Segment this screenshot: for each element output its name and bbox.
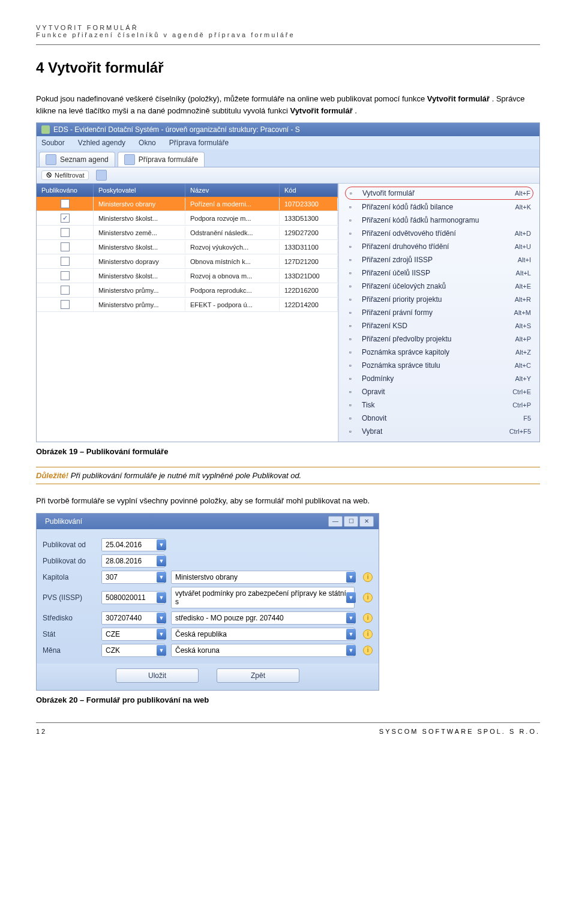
- col-publikovano[interactable]: Publikováno: [37, 184, 94, 197]
- checkbox-icon[interactable]: [61, 300, 70, 309]
- filter-button[interactable]: 🛇 Nefiltrovat: [41, 170, 89, 180]
- dropdown-icon[interactable]: ▼: [346, 645, 356, 656]
- field-value[interactable]: CZE: [101, 628, 165, 641]
- dropdown-icon[interactable]: ▼: [157, 592, 166, 603]
- form-row: Středisko307207440▼středisko - MO pouze …: [43, 611, 373, 625]
- field-description[interactable]: Česká koruna: [171, 644, 355, 657]
- field-description[interactable]: Ministerstvo obrany: [171, 571, 355, 584]
- cell-poskytovatel: Ministerstvo země...: [94, 227, 185, 239]
- context-menu-item[interactable]: ▫PodmínkyAlt+Y: [339, 372, 539, 385]
- cell-nazev: Podpora rozvoje m...: [185, 212, 280, 224]
- menu-soubor[interactable]: Soubor: [41, 139, 65, 147]
- table-row[interactable]: Ministerstvo obranyPořízení a moderni...…: [37, 197, 338, 211]
- maximize-button[interactable]: ☐: [344, 516, 358, 527]
- dropdown-icon[interactable]: ▼: [157, 629, 166, 640]
- checkbox-icon[interactable]: [61, 242, 70, 251]
- cell-kod: 133D51300: [280, 212, 338, 224]
- menu-item-icon: ▫: [345, 413, 356, 423]
- menu-vzhled-agendy[interactable]: Vzhled agendy: [78, 139, 125, 147]
- table-row[interactable]: Ministerstvo dopravyObnova místních k...…: [37, 254, 338, 269]
- menu-item-shortcut: Alt+Z: [515, 349, 531, 356]
- field-value[interactable]: CZK: [101, 644, 165, 657]
- field-description[interactable]: vytvářet podmínky pro zabezpečení přípra…: [171, 587, 355, 608]
- dropdown-icon[interactable]: ▼: [157, 613, 166, 623]
- menu-priprava-formulare[interactable]: Příprava formuláře: [169, 139, 229, 147]
- context-menu-item[interactable]: ▫Přiřazení právní formyAlt+M: [339, 306, 539, 319]
- cell-publikovano: ✓: [37, 211, 94, 225]
- dropdown-icon[interactable]: ▼: [157, 572, 166, 583]
- grid-header: Publikováno Poskytovatel Název Kód: [37, 184, 338, 197]
- checkbox-icon[interactable]: [61, 228, 70, 237]
- tab-priprava-formulare[interactable]: Příprava formuláře: [118, 152, 205, 167]
- dropdown-icon[interactable]: ▼: [346, 613, 356, 623]
- context-menu-item[interactable]: ▫Přiřazení kódů řádků bilanceAlt+K: [339, 200, 539, 214]
- table-row[interactable]: Ministerstvo země...Odstranění následk..…: [37, 226, 338, 240]
- context-menu-item[interactable]: ▫Přiřazení zdrojů IISSPAlt+I: [339, 253, 539, 266]
- context-menu-item[interactable]: ▫Přiřazení KSDAlt+S: [339, 319, 539, 332]
- menu-item-label: Přiřazení priority projektu: [362, 295, 509, 304]
- context-menu-item[interactable]: ▫Přiřazení předvolby projektuAlt+P: [339, 332, 539, 346]
- context-menu-item[interactable]: ▫Přiřazení priority projektuAlt+R: [339, 293, 539, 306]
- field-description[interactable]: Česká republika: [171, 628, 355, 641]
- menu-item-shortcut: Ctrl+P: [512, 401, 531, 409]
- info-icon[interactable]: i: [363, 572, 373, 582]
- field-value[interactable]: 28.08.2016: [101, 554, 165, 568]
- menu-item-icon: ▫: [346, 188, 356, 198]
- checkbox-icon[interactable]: [61, 286, 70, 295]
- save-button[interactable]: Uložit: [116, 668, 199, 683]
- checkbox-icon[interactable]: [61, 199, 70, 208]
- field-value[interactable]: 307: [101, 571, 165, 584]
- close-button[interactable]: ✕: [359, 516, 374, 527]
- col-kod[interactable]: Kód: [280, 184, 338, 197]
- menu-item-shortcut: Alt+F: [515, 190, 530, 197]
- context-menu-item[interactable]: ▫Přiřazení odvětvového tříděníAlt+D: [339, 227, 539, 240]
- dropdown-icon[interactable]: ▼: [346, 592, 356, 603]
- col-nazev[interactable]: Název: [185, 184, 280, 197]
- dialog-body: Publikovat od25.04.2016▼Publikovat do28.…: [37, 529, 379, 664]
- field-value[interactable]: 5080020011: [101, 591, 165, 604]
- field-value[interactable]: 25.04.2016: [101, 538, 165, 551]
- info-icon[interactable]: i: [363, 646, 373, 655]
- checkbox-icon[interactable]: [61, 257, 70, 266]
- field-description[interactable]: středisko - MO pouze pgr. 207440: [171, 611, 355, 625]
- context-menu-item[interactable]: ▫ObnovitF5: [339, 412, 539, 425]
- context-menu-item[interactable]: ▫TiskCtrl+P: [339, 398, 539, 412]
- context-menu-item[interactable]: ▫Poznámka správce kapitolyAlt+Z: [339, 346, 539, 359]
- context-menu-item[interactable]: ▫Přiřazení účelů IISSPAlt+L: [339, 266, 539, 280]
- dropdown-icon[interactable]: ▼: [157, 556, 166, 566]
- field-value[interactable]: 307207440: [101, 611, 165, 625]
- refresh-icon[interactable]: [96, 170, 107, 181]
- dropdown-icon[interactable]: ▼: [346, 572, 356, 583]
- minimize-button[interactable]: —: [328, 516, 343, 527]
- checkbox-icon[interactable]: ✓: [61, 214, 70, 223]
- context-menu-item[interactable]: ▫OpravitCtrl+E: [339, 385, 539, 398]
- menu-item-icon: ▫: [345, 268, 356, 278]
- dropdown-icon[interactable]: ▼: [157, 645, 166, 656]
- back-button[interactable]: Zpět: [217, 668, 299, 683]
- context-menu-item[interactable]: ▫Přiřazení kódů řádků harmonogramu: [339, 214, 539, 227]
- dialog-titlebar: Publikování — ☐ ✕: [37, 514, 379, 529]
- info-icon[interactable]: i: [363, 613, 373, 623]
- table-row[interactable]: Ministerstvo průmy...EFEKT - podpora ú..…: [37, 298, 338, 312]
- table-row[interactable]: Ministerstvo školst...Rozvoj a obnova m.…: [37, 269, 338, 283]
- context-menu-item[interactable]: ▫Vytvořit formulářAlt+F: [345, 187, 533, 200]
- info-icon[interactable]: i: [363, 593, 373, 602]
- checkbox-icon[interactable]: [61, 271, 70, 280]
- publish-dialog: Publikování — ☐ ✕ Publikovat od25.04.201…: [36, 513, 379, 691]
- menu-okno[interactable]: Okno: [139, 139, 156, 147]
- dropdown-icon[interactable]: ▼: [157, 539, 166, 550]
- info-icon[interactable]: i: [363, 629, 373, 639]
- table-row[interactable]: Ministerstvo školst...Rozvoj výukových..…: [37, 240, 338, 254]
- table-row[interactable]: Ministerstvo průmy...Podpora reprodukc..…: [37, 283, 338, 298]
- menu-item-label: Přiřazení účelových znaků: [362, 282, 509, 290]
- context-menu-item[interactable]: ▫Přiřazení účelových znakůAlt+E: [339, 280, 539, 293]
- tab-seznam-agend[interactable]: Seznam agend: [39, 152, 115, 167]
- footer-org: SYSCOM SOFTWARE SPOL. S R.O.: [379, 728, 540, 735]
- col-poskytovatel[interactable]: Poskytovatel: [94, 184, 185, 197]
- context-menu-item[interactable]: ▫Přiřazení druhového tříděníAlt+U: [339, 240, 539, 253]
- menu-item-label: Vytvořit formulář: [362, 189, 509, 197]
- context-menu-item[interactable]: ▫VybratCtrl+F5: [339, 425, 539, 438]
- table-row[interactable]: ✓Ministerstvo školst...Podpora rozvoje m…: [37, 211, 338, 226]
- dropdown-icon[interactable]: ▼: [346, 629, 356, 640]
- context-menu-item[interactable]: ▫Poznámka správce tituluAlt+C: [339, 359, 539, 372]
